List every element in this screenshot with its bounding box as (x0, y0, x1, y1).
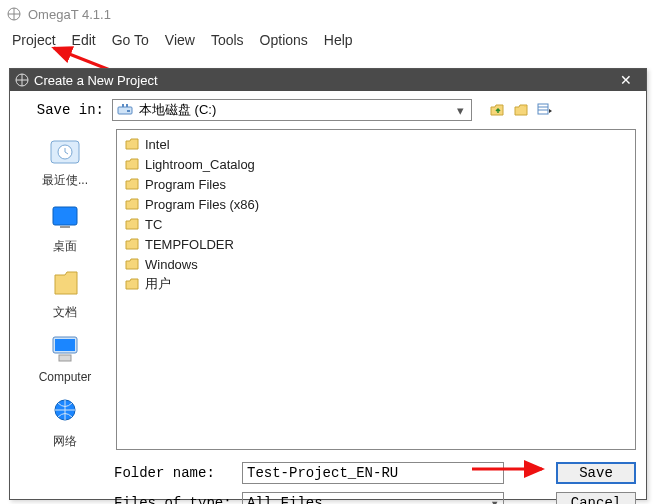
sidebar-item-desktop[interactable]: 桌面 (25, 201, 105, 255)
sidebar-item-label: 网络 (53, 433, 77, 450)
file-name: TC (145, 217, 162, 232)
list-item[interactable]: Program Files (x86) (125, 194, 627, 214)
menu-view[interactable]: View (157, 30, 203, 50)
sidebar-item-label: 文档 (53, 304, 77, 321)
menu-edit[interactable]: Edit (64, 30, 104, 50)
dialog-title: Create a New Project (30, 73, 610, 88)
file-list[interactable]: Intel Lightroom_Catalog Program Files Pr… (116, 129, 636, 450)
svg-rect-11 (538, 104, 548, 114)
list-item[interactable]: Windows (125, 254, 627, 274)
new-folder-icon[interactable] (512, 101, 530, 119)
folder-icon (125, 138, 139, 150)
computer-icon (45, 333, 85, 367)
main-window: OmegaT 4.1.1 Project Edit Go To View Too… (0, 0, 655, 504)
list-item[interactable]: TC (125, 214, 627, 234)
file-dialog-toolbar (488, 101, 554, 119)
svg-rect-9 (122, 104, 124, 107)
save-in-value: 本地磁盘 (C:) (139, 101, 447, 119)
menu-help[interactable]: Help (316, 30, 361, 50)
chevron-down-icon: ▾ (453, 103, 467, 118)
folder-name-input[interactable] (242, 462, 504, 484)
create-project-dialog: Create a New Project ✕ Save in: 本地磁盘 (C:… (9, 68, 647, 500)
list-item[interactable]: Lightroom_Catalog (125, 154, 627, 174)
save-button[interactable]: Save (556, 462, 636, 484)
svg-rect-17 (60, 226, 70, 228)
svg-rect-8 (127, 110, 130, 112)
menu-project[interactable]: Project (4, 30, 64, 50)
dialog-body: 最近使... 桌面 文档 (10, 127, 646, 456)
folder-name-label: Folder name: (114, 465, 234, 481)
folder-name-row: Folder name: Save (20, 462, 636, 484)
list-item[interactable]: TEMPFOLDER (125, 234, 627, 254)
file-type-value: All Files (247, 495, 491, 504)
file-type-label: Files of type: (114, 495, 234, 504)
sidebar-item-label: 桌面 (53, 238, 77, 255)
file-name: Lightroom_Catalog (145, 157, 255, 172)
dialog-icon (14, 72, 30, 88)
recent-icon (45, 135, 85, 169)
folder-icon (125, 278, 139, 290)
menu-tools[interactable]: Tools (203, 30, 252, 50)
file-name: Program Files (145, 177, 226, 192)
folder-icon (125, 218, 139, 230)
sidebar-item-computer[interactable]: Computer (25, 333, 105, 384)
sidebar-item-network[interactable]: 网络 (25, 396, 105, 450)
svg-rect-19 (55, 339, 75, 351)
folder-icon (125, 198, 139, 210)
svg-rect-16 (53, 207, 77, 225)
sidebar-item-recent[interactable]: 最近使... (25, 135, 105, 189)
close-button[interactable]: ✕ (610, 69, 642, 91)
places-sidebar: 最近使... 桌面 文档 (20, 129, 110, 450)
sidebar-item-label: Computer (39, 370, 92, 384)
list-item[interactable]: 用户 (125, 274, 627, 294)
file-name: Intel (145, 137, 170, 152)
dialog-bottom: Folder name: Save Files of type: All Fil… (10, 456, 646, 504)
svg-rect-10 (126, 104, 128, 107)
app-icon (6, 6, 22, 22)
sidebar-item-documents[interactable]: 文档 (25, 267, 105, 321)
documents-icon (45, 267, 85, 301)
cancel-button[interactable]: Cancel (556, 492, 636, 504)
disk-icon (117, 102, 133, 118)
folder-icon (125, 238, 139, 250)
menu-goto[interactable]: Go To (104, 30, 157, 50)
app-title: OmegaT 4.1.1 (28, 7, 111, 22)
folder-icon (125, 258, 139, 270)
file-name: TEMPFOLDER (145, 237, 234, 252)
app-titlebar: OmegaT 4.1.1 (0, 0, 655, 28)
save-in-label: Save in: (20, 102, 104, 118)
list-item[interactable]: Intel (125, 134, 627, 154)
chevron-down-icon: ▾ (491, 495, 499, 505)
svg-rect-20 (59, 355, 71, 361)
folder-icon (125, 178, 139, 190)
file-name: 用户 (145, 275, 171, 293)
sidebar-item-label: 最近使... (42, 172, 88, 189)
file-name: Program Files (x86) (145, 197, 259, 212)
file-type-select[interactable]: All Files ▾ (242, 492, 504, 504)
dialog-titlebar[interactable]: Create a New Project ✕ (10, 69, 646, 91)
view-mode-icon[interactable] (536, 101, 554, 119)
save-in-row: Save in: 本地磁盘 (C:) ▾ (10, 91, 646, 127)
save-in-select[interactable]: 本地磁盘 (C:) ▾ (112, 99, 472, 121)
desktop-icon (45, 201, 85, 235)
file-type-row: Files of type: All Files ▾ Cancel (20, 492, 636, 504)
folder-icon (125, 158, 139, 170)
network-icon (45, 396, 85, 430)
list-item[interactable]: Program Files (125, 174, 627, 194)
menubar: Project Edit Go To View Tools Options He… (0, 28, 655, 52)
up-folder-icon[interactable] (488, 101, 506, 119)
file-name: Windows (145, 257, 198, 272)
menu-options[interactable]: Options (252, 30, 316, 50)
